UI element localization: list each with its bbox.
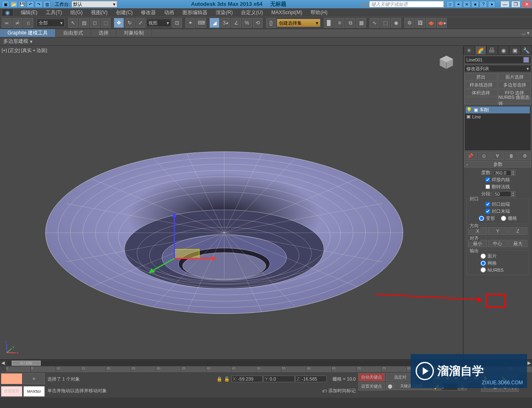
tool-link[interactable]: ⫘ [2, 18, 12, 28]
stack-remove-icon[interactable]: 🗑 [505, 152, 518, 160]
refcoord-dropdown[interactable]: 视图▾ [146, 19, 171, 27]
modbtn-empty[interactable] [464, 97, 498, 104]
tool-snap3d[interactable]: 3◢ [220, 18, 230, 28]
stack-show-icon[interactable]: ⎙ [478, 152, 491, 160]
tool-window-cross[interactable]: ⬚ [101, 18, 111, 28]
tool-percentsnap[interactable]: % [242, 18, 252, 28]
app-menu-icon[interactable]: ◉ [2, 9, 13, 16]
stack-unique-icon[interactable]: ∀ [491, 152, 504, 160]
menu-group[interactable]: 组(G) [66, 8, 86, 17]
tool-byname[interactable]: ▤ [79, 18, 89, 28]
menu-tools[interactable]: 工具(T) [42, 8, 66, 17]
tool-material[interactable]: ◉ [391, 18, 401, 28]
minimize-button[interactable]: — [500, 1, 510, 7]
tool-manipulate[interactable]: ✦ [185, 18, 195, 28]
menu-animation[interactable]: 动画 [160, 8, 178, 17]
listener-toggle[interactable]: ≡ [23, 373, 45, 384]
setkey-button[interactable]: 设置关键点 [358, 382, 385, 391]
back-icon[interactable]: ◀ [360, 2, 363, 7]
menu-view[interactable]: 视图(V) [87, 8, 112, 17]
modbtn-nurbssel[interactable]: NURBS 曲面选择 [498, 97, 531, 104]
tool-bind[interactable]: ⎌ [23, 18, 33, 28]
trackbar-toggle-icon[interactable] [0, 366, 6, 372]
close-button[interactable]: ✕ [522, 1, 531, 7]
menu-edit[interactable]: 编辑(E) [17, 8, 42, 17]
coord-z[interactable]: Z:-16.585 [296, 376, 327, 382]
tool-editselset[interactable]: {} [266, 18, 276, 28]
qat-open[interactable]: 📂 [10, 1, 17, 7]
lock2-icon[interactable]: 🔓 [224, 376, 230, 382]
autokey-button[interactable]: 自动关键点 [358, 373, 385, 381]
tool-keymode[interactable]: ⌨ [196, 18, 206, 28]
tool-snap2d[interactable]: ◢ [209, 18, 219, 28]
modbtn-volsel[interactable]: 体积选择 [464, 89, 498, 96]
tool-spinnersnap[interactable]: ⟲ [253, 18, 263, 28]
tool-pivotcenter[interactable]: ⊡ [172, 18, 182, 28]
cmdtab-motion[interactable]: ◉ [498, 46, 510, 55]
grid-radio[interactable] [501, 216, 506, 221]
menu-customize[interactable]: 自定义(U) [237, 8, 267, 17]
tool-mirror[interactable]: ▐▌ [324, 18, 334, 28]
menu-render[interactable]: 渲染(R) [212, 8, 237, 17]
tool-renderframe[interactable]: 🖼 [415, 18, 425, 28]
menu-graph[interactable]: 图形编辑器 [178, 8, 212, 17]
object-name-field[interactable]: Line001 [464, 56, 531, 64]
segments-spinner[interactable]: ▴▾ [494, 191, 515, 197]
stack-pin-icon[interactable]: 📌 [464, 152, 477, 160]
qat-project[interactable]: ▥ [43, 1, 51, 7]
align-center-button[interactable]: 中心 [488, 240, 507, 247]
tool-schematic[interactable]: ⬚ [380, 18, 390, 28]
tool-unlink[interactable]: ⫘̸ [12, 18, 22, 28]
out-nurbs-radio[interactable] [480, 267, 486, 273]
qat-new[interactable]: ▣ [2, 1, 9, 7]
tool-rendersetup[interactable]: ⚙ [404, 18, 414, 28]
menu-create[interactable]: 创建(C) [112, 8, 137, 17]
timeslider-prev[interactable]: ◀ [0, 360, 6, 366]
axis-y-button[interactable]: Y [488, 227, 507, 235]
fwd-icon[interactable]: ▶ [364, 2, 367, 7]
ribbon-collapse-icon[interactable]: ◡ ▾ [519, 29, 532, 37]
align-max-button[interactable]: 最大 [508, 240, 527, 247]
qat-undo[interactable]: ↶ [27, 1, 34, 7]
cmdtab-create[interactable]: ✳ [463, 46, 475, 55]
tool-curveeditor[interactable]: ∿ [369, 18, 379, 28]
weldcore-checkbox[interactable] [485, 177, 490, 182]
selectionset-dropdown[interactable]: 创建选择集▾ [277, 19, 320, 27]
object-color-swatch[interactable] [523, 57, 529, 63]
timetag-icon[interactable]: 🏷 [322, 388, 327, 393]
lock-icon[interactable]: 🔒 [217, 376, 222, 382]
subribbon-polymodel[interactable]: 多边形建模 [3, 38, 28, 45]
ribbon-tab-freeform[interactable]: 自由形式 [56, 29, 91, 37]
add-timetag[interactable]: 添加时间标记 [328, 388, 356, 394]
out-patch-radio[interactable] [480, 253, 486, 259]
util-3-icon[interactable]: ✕ [463, 1, 470, 7]
modbtn-extrude[interactable]: 挤出 [464, 73, 498, 81]
axis-z-button[interactable]: Z [508, 227, 527, 235]
key-mode-icon[interactable]: ⬤ [386, 382, 394, 390]
search-input[interactable]: 键入关键字或短语 [369, 1, 444, 7]
restore-button[interactable]: ❐ [511, 1, 520, 7]
out-mesh-radio[interactable] [480, 261, 486, 266]
timeslider-thumb[interactable]: 0 / 100 [12, 361, 41, 366]
stack-config-icon[interactable]: ⚙ [518, 152, 531, 160]
modbtn-patchsel[interactable]: 面片选择 [498, 73, 531, 81]
cmdtab-modify[interactable]: 🌈 [475, 46, 487, 55]
tool-anglesnap[interactable]: ∠ [231, 18, 241, 28]
tool-align[interactable]: ≡ [335, 18, 345, 28]
qat-save[interactable]: 💾 [18, 1, 26, 7]
modifier-list-dropdown[interactable]: 修改器列表▾ [464, 65, 531, 72]
tool-layers[interactable]: ⧉ [345, 18, 355, 28]
util-4-icon[interactable]: ★ [471, 1, 479, 7]
tool-render[interactable]: 🫖 [426, 18, 436, 28]
tool-ribbon[interactable]: ▦ [356, 18, 366, 28]
modifier-stack[interactable]: 💡▣车削 ▣Line [464, 105, 531, 151]
flipnormals-checkbox[interactable] [485, 184, 490, 189]
coord-x[interactable]: X:-59.239 [232, 376, 263, 382]
tool-rectmarquee[interactable]: ◻ [90, 18, 100, 28]
maxscript-mini[interactable] [1, 373, 22, 384]
menu-help[interactable]: 帮助(H) [306, 8, 332, 17]
welcome-button[interactable]: 欢迎使用 [1, 386, 22, 397]
util-1-icon[interactable]: ⎅ [446, 1, 454, 7]
capend-checkbox[interactable] [485, 209, 490, 214]
workspace-dropdown[interactable]: 默认▾ [71, 1, 117, 7]
